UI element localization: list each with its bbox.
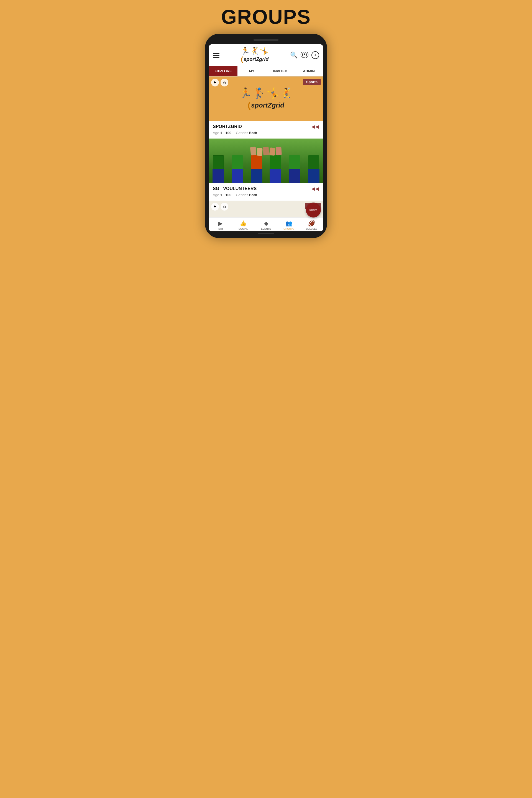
logo-fig-2: 🏌️: [253, 87, 265, 99]
block-button-3[interactable]: ⊘: [221, 203, 228, 211]
sportzgrid-logo-large: 🏃 🏌️ 🤸 🤾 ( sportZgrid: [240, 87, 292, 110]
person-2: [230, 155, 244, 183]
figure-3: 🤸: [260, 47, 268, 54]
invite-label: Invite: [309, 208, 318, 212]
flag-icon-1: ⚑: [213, 81, 217, 85]
nav-item-social[interactable]: 👍 SOCIAL: [232, 220, 254, 230]
card-title-row-1: SPORTZGRID ◀◀: [213, 124, 319, 130]
phone-screen: 🏃 🤾 🤸 ( sportZgrid 🔍 ((•)): [209, 44, 323, 231]
gender-row-2: Gender Both: [236, 193, 257, 197]
block-icon-3: ⊘: [223, 205, 226, 209]
page-wrapper: GROUPS 🏃 🤾 🤸: [200, 5, 332, 238]
home-bar: [258, 233, 274, 234]
tube-label: Tube: [217, 227, 223, 230]
search-button[interactable]: 🔍: [290, 52, 298, 59]
card-image-volunteers: ⚑ ⊘ Sports: [209, 138, 323, 183]
tab-invited[interactable]: INVITED: [266, 66, 294, 76]
classes-label: CLASSES: [306, 227, 318, 230]
groups-icon: 👥: [285, 220, 292, 227]
person-5: [288, 155, 302, 183]
card-meta-1: Age 1 - 100 Gender Both: [213, 131, 319, 135]
add-button[interactable]: +: [311, 51, 319, 59]
live-button[interactable]: ((•)) LIVE: [300, 52, 309, 59]
tab-explore[interactable]: EXPLORE: [209, 66, 238, 76]
group-card-sportzgrid[interactable]: ⚑ ⊘ Sports 🏃 🏌️ 🤸 🤾: [209, 76, 323, 138]
plus-icon: +: [314, 52, 317, 58]
logo-fig-1: 🏃: [240, 87, 252, 99]
page-title: GROUPS: [221, 5, 311, 28]
group-name-2: SG - VOULUNTEERS: [213, 186, 256, 191]
person-3: [250, 155, 264, 183]
invite-fab-button[interactable]: Invite: [306, 203, 321, 217]
tab-admin[interactable]: ADMIN: [294, 66, 323, 76]
classes-icon: 🏈: [308, 220, 315, 227]
logo-text: sportZgrid: [244, 57, 268, 62]
group-name-1: SPORTZGRID: [213, 124, 242, 129]
phone-shell: 🏃 🤾 🤸 ( sportZgrid 🔍 ((•)): [205, 34, 327, 238]
card-info-volunteers: SG - VOULUNTEERS ◀◀ Age 1 - 100 Gender B…: [209, 183, 323, 200]
nav-item-classes[interactable]: 🏈 CLASSES: [300, 220, 323, 230]
hamburger-menu-button[interactable]: [213, 53, 220, 58]
age-value-2: 1 - 100: [220, 193, 231, 197]
person-4: [268, 155, 282, 183]
logo-figures: 🏃 🤾 🤸: [241, 47, 268, 54]
share-button-2[interactable]: ◀◀: [311, 186, 319, 192]
age-value-1: 1 - 100: [220, 131, 231, 135]
flag-button-3[interactable]: ⚑: [211, 203, 219, 211]
group-card-volunteers[interactable]: ⚑ ⊘ Sports: [209, 138, 323, 200]
stacked-hands: [250, 147, 282, 156]
logo-area: 🏃 🤾 🤸 ( sportZgrid: [241, 47, 268, 63]
sports-badge-1: Sports: [303, 79, 321, 85]
person-6: [307, 155, 321, 183]
card-image-sportzgrid: ⚑ ⊘ Sports 🏃 🏌️ 🤸 🤾: [209, 76, 323, 121]
events-icon: ◆: [264, 220, 268, 227]
flag-button-1[interactable]: ⚑: [211, 79, 219, 87]
gender-value-1: Both: [249, 131, 257, 135]
age-row-2: Age 1 - 100: [213, 193, 231, 197]
card-info-sportzgrid: SPORTZGRID ◀◀ Age 1 - 100 Gender Both: [209, 121, 323, 138]
hamburger-line-2: [213, 55, 220, 56]
groups-label: GROUPS: [283, 227, 294, 230]
card-actions-1: ⚑ ⊘: [211, 79, 228, 87]
card-actions-3: ⚑ ⊘: [211, 203, 228, 211]
events-label: EVENTS: [261, 227, 271, 230]
card-title-row-2: SG - VOULUNTEERS ◀◀: [213, 186, 319, 192]
logo-wordmark: ( sportZgrid: [241, 55, 268, 63]
figure-2: 🤾: [250, 47, 259, 54]
social-label: SOCIAL: [239, 227, 248, 230]
gender-value-2: Both: [249, 193, 257, 197]
app-logo: 🏃 🤾 🤸 ( sportZgrid: [241, 47, 268, 63]
wordmark-large: sportZgrid: [251, 101, 284, 109]
share-button-1[interactable]: ◀◀: [311, 124, 319, 130]
hamburger-line-1: [213, 53, 220, 54]
phone-speaker: [253, 39, 279, 41]
figure-1: 🏃: [241, 47, 250, 54]
tab-my[interactable]: MY: [238, 66, 266, 76]
nav-item-events[interactable]: ◆ EVENTS: [255, 220, 277, 230]
tabs-bar: EXPLORE MY INVITED ADMIN: [209, 66, 323, 76]
social-icon: 👍: [240, 220, 247, 227]
logo-bracket: (: [241, 55, 243, 63]
tube-icon: ▶: [218, 220, 223, 227]
logo-fig-4: 🤾: [280, 87, 292, 99]
logo-fig-3: 🤸: [267, 87, 279, 99]
live-label: LIVE: [302, 56, 307, 59]
block-icon-1: ⊘: [223, 81, 226, 85]
card-meta-2: Age 1 - 100 Gender Both: [213, 193, 319, 197]
gender-label-1: Gender Both: [236, 131, 257, 135]
top-nav: 🏃 🤾 🤸 ( sportZgrid 🔍 ((•)): [209, 44, 323, 66]
person-1: [211, 155, 225, 183]
flag-icon-3: ⚑: [213, 205, 217, 209]
nav-item-tube[interactable]: ▶ Tube: [209, 220, 232, 230]
bottom-nav: ▶ Tube 👍 SOCIAL ◆ EVENTS 👥 GROUPS 🏈: [209, 218, 323, 231]
hamburger-line-3: [213, 57, 220, 58]
age-label-1: Age 1 - 100: [213, 131, 231, 135]
team-photo-sim: [209, 138, 323, 183]
curve-bracket: (: [248, 100, 250, 110]
nav-item-groups[interactable]: 👥 GROUPS: [277, 220, 300, 230]
block-button-1[interactable]: ⊘: [221, 79, 228, 87]
nav-icons: 🔍 ((•)) LIVE +: [290, 51, 319, 59]
